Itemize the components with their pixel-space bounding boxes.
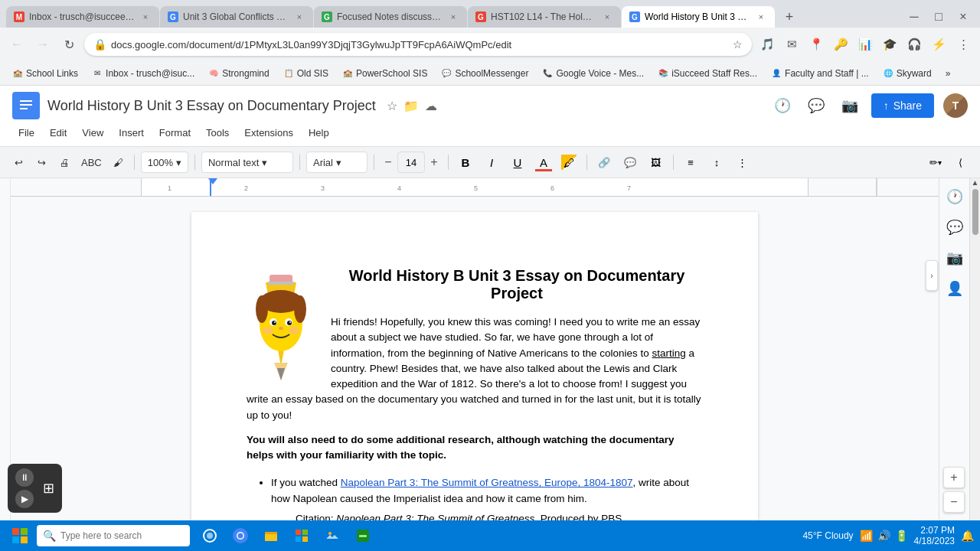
- media-forward-button[interactable]: ▶: [15, 490, 34, 508]
- docs-document-title[interactable]: World History B Unit 3 Essay on Document…: [47, 98, 376, 114]
- tab-unit3[interactable]: G Unit 3 Global Conflicts - Goo... ×: [160, 6, 313, 28]
- taskbar-search-input[interactable]: [60, 530, 168, 541]
- tab-hst[interactable]: G HST102 L14 - The Holocaus... ×: [468, 6, 621, 28]
- menu-help[interactable]: Help: [302, 124, 335, 142]
- document-scroll-area[interactable]: World History B Unit 3 Essay on Document…: [11, 197, 939, 551]
- tab-gmail[interactable]: M Inbox - trusch@isucceedvhs... ×: [6, 6, 159, 28]
- back-button[interactable]: ←: [6, 34, 28, 55]
- bookmark-schoolmessenger[interactable]: 💬 SchoolMessenger: [435, 66, 534, 81]
- pencil-mode-button[interactable]: ✏▾: [925, 152, 946, 173]
- tab-close-unit3[interactable]: ×: [293, 11, 305, 23]
- network-icon[interactable]: 📶: [860, 530, 873, 542]
- address-bar[interactable]: 🔒 docs.google.com/document/d/1PMtyxL3L0a…: [84, 33, 752, 56]
- history-button[interactable]: 🕐: [770, 93, 795, 118]
- extension-btn-1[interactable]: 🎵: [756, 34, 778, 55]
- taskbar-search-box[interactable]: 🔍: [37, 525, 190, 546]
- line-spacing-button[interactable]: ↕: [706, 152, 727, 173]
- close-window-button[interactable]: ×: [952, 6, 974, 28]
- bookmark-skyward[interactable]: 🌐 Skyward: [877, 66, 938, 81]
- taskbar-app-photos[interactable]: [318, 522, 346, 549]
- menu-tools[interactable]: Tools: [200, 124, 235, 142]
- spelling-button[interactable]: ABC: [78, 152, 105, 173]
- taskbar-app-chrome[interactable]: [227, 522, 254, 549]
- battery-icon[interactable]: 🔋: [895, 530, 908, 542]
- align-button[interactable]: ≡: [680, 152, 701, 173]
- start-button[interactable]: [6, 522, 34, 549]
- vertical-scrollbar[interactable]: ▲ ▼: [969, 178, 980, 551]
- text-color-button[interactable]: A: [533, 152, 554, 173]
- volume-icon[interactable]: 🔊: [877, 530, 890, 542]
- zoom-select[interactable]: 100% ▾: [141, 152, 188, 173]
- folder-icon[interactable]: 📁: [403, 99, 419, 113]
- font-size-increase-button[interactable]: +: [426, 152, 442, 173]
- print-button[interactable]: 🖨: [55, 152, 74, 173]
- taskbar-app-store[interactable]: [288, 522, 315, 549]
- maximize-button[interactable]: □: [928, 6, 949, 28]
- reload-button[interactable]: ↻: [58, 34, 80, 55]
- scrollbar-up-arrow[interactable]: ▲: [972, 178, 979, 186]
- bookmark-oldsis[interactable]: 📋 Old SIS: [277, 66, 335, 81]
- bookmark-overflow[interactable]: »: [939, 66, 957, 81]
- bookmark-school[interactable]: 🏫 School Links: [6, 66, 84, 81]
- video-button[interactable]: 📷: [838, 93, 862, 118]
- font-size-decrease-button[interactable]: −: [381, 152, 396, 173]
- tab-close-gmail[interactable]: ×: [139, 11, 152, 23]
- highlight-button[interactable]: 🖊: [559, 152, 580, 173]
- comments-button[interactable]: 💬: [804, 93, 828, 118]
- forward-button[interactable]: →: [32, 34, 54, 55]
- redo-button[interactable]: ↪: [32, 152, 51, 173]
- font-size-display[interactable]: 14: [397, 152, 425, 173]
- media-expand-button[interactable]: ⊞: [43, 480, 54, 497]
- extension-btn-6[interactable]: 🎓: [879, 34, 900, 55]
- menu-format[interactable]: Format: [153, 124, 197, 142]
- share-button[interactable]: ↑ Share: [871, 93, 934, 118]
- taskbar-app-cortana[interactable]: [196, 522, 224, 549]
- notifications-button[interactable]: 🔔: [961, 530, 974, 542]
- extension-btn-2[interactable]: ✉: [781, 34, 802, 55]
- more-button[interactable]: ⋮: [732, 152, 753, 173]
- taskbar-clock[interactable]: 2:07 PM 4/18/2023: [914, 525, 955, 546]
- menu-view[interactable]: View: [76, 124, 109, 142]
- new-tab-button[interactable]: +: [779, 6, 800, 28]
- bookmark-googlevoice[interactable]: 📞 Google Voice - Mes...: [536, 66, 650, 81]
- user-avatar[interactable]: T: [943, 93, 968, 118]
- cloud-icon[interactable]: ☁: [425, 99, 437, 113]
- paint-format-button[interactable]: 🖌: [109, 152, 128, 173]
- style-select[interactable]: Normal text ▾: [201, 152, 293, 173]
- minimize-button[interactable]: ─: [903, 6, 925, 28]
- tab-focused[interactable]: G Focused Notes discussion 14... ×: [314, 6, 467, 28]
- underline-button[interactable]: U: [507, 152, 528, 173]
- collapse-right-panel-button[interactable]: ›: [926, 260, 938, 291]
- scrollbar-thumb[interactable]: [972, 189, 978, 235]
- sidebar-clock-icon[interactable]: 🕐: [942, 184, 967, 209]
- bookmark-inbox[interactable]: ✉ Inbox - trusch@isuc...: [86, 66, 201, 81]
- menu-extensions[interactable]: Extensions: [238, 124, 299, 142]
- sidebar-contacts-icon[interactable]: 👤: [942, 276, 967, 301]
- bold-button[interactable]: B: [455, 152, 476, 173]
- sidebar-chat-icon[interactable]: 💬: [942, 215, 967, 240]
- tab-close-essay[interactable]: ×: [755, 11, 767, 23]
- zoom-in-button[interactable]: +: [943, 467, 965, 488]
- bookmark-faculty[interactable]: 👤 Faculty and Staff | ...: [765, 66, 875, 81]
- extension-btn-4[interactable]: 🔑: [830, 34, 851, 55]
- italic-button[interactable]: I: [481, 152, 502, 173]
- undo-button[interactable]: ↩: [9, 152, 28, 173]
- media-pause-button[interactable]: ⏸: [15, 468, 34, 487]
- extension-btn-7[interactable]: 🎧: [903, 34, 925, 55]
- tab-essay[interactable]: G World History B Unit 3 Essay... ×: [622, 6, 775, 28]
- insert-link-button[interactable]: 🔗: [593, 152, 615, 173]
- zoom-out-button[interactable]: −: [943, 491, 965, 513]
- napolean-part3-link[interactable]: Napolean Part 3: The Summit of Greatness…: [341, 477, 633, 488]
- taskbar-app-snake[interactable]: [349, 522, 377, 549]
- extension-btn-5[interactable]: 📊: [854, 34, 876, 55]
- menu-file[interactable]: File: [12, 124, 41, 142]
- taskbar-app-explorer[interactable]: [257, 522, 285, 549]
- bookmark-isucceed[interactable]: 📚 iSucceed Staff Res...: [652, 66, 763, 81]
- font-select[interactable]: Arial ▾: [306, 152, 368, 173]
- tab-close-hst[interactable]: ×: [601, 11, 613, 23]
- menu-edit[interactable]: Edit: [44, 124, 73, 142]
- tab-close-focused[interactable]: ×: [447, 11, 459, 23]
- sidebar-video-icon[interactable]: 📷: [942, 246, 967, 270]
- collapse-toolbar-button[interactable]: ⟨: [949, 152, 971, 173]
- insert-comment-button[interactable]: 💬: [619, 152, 641, 173]
